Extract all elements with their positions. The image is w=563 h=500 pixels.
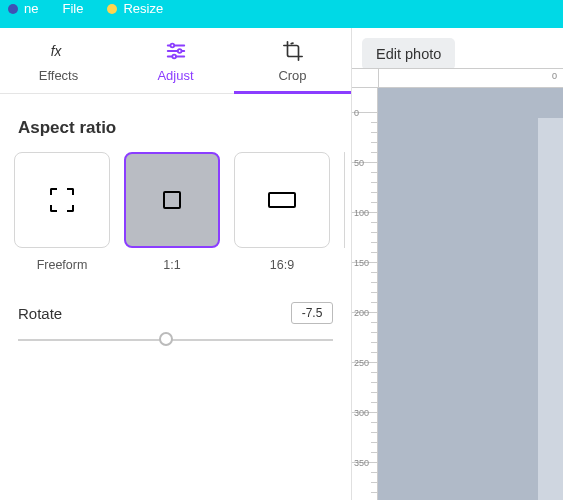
aspect-freeform[interactable]: Freeform [14, 152, 110, 272]
rotate-label: Rotate [18, 305, 62, 322]
slider-track [18, 339, 333, 341]
aspect-option-overflow[interactable] [344, 152, 345, 248]
sliders-icon [165, 40, 187, 62]
menu-file[interactable]: File [62, 0, 83, 18]
widescreen-icon [268, 192, 296, 208]
tab-effects[interactable]: fx Effects [0, 28, 117, 93]
menu-home-label: ne [24, 0, 38, 18]
aspect-ratio-title: Aspect ratio [18, 118, 333, 138]
tab-adjust-label: Adjust [157, 68, 193, 83]
canvas-area: Edit photo 0 0 50 100 150 200 250 300 35… [352, 28, 563, 500]
ruler-vertical: 0 50 100 150 200 250 300 350 [352, 88, 378, 500]
aspect-freeform-label: Freeform [14, 258, 110, 272]
tab-effects-label: Effects [39, 68, 79, 83]
top-menu-bar: ne File Resize [0, 0, 563, 28]
artboard-inner [538, 118, 563, 500]
crop-icon [282, 40, 304, 62]
left-panel: fx Effects Adjust Crop Aspect ratio Free… [0, 28, 352, 500]
aspect-1-1[interactable]: 1:1 [124, 152, 220, 272]
svg-point-4 [170, 44, 174, 48]
aspect-ratio-options: Freeform 1:1 16:9 [0, 152, 351, 272]
menu-home[interactable]: ne [8, 0, 38, 18]
resize-dot-icon [107, 4, 117, 14]
menu-resize-label: Resize [123, 0, 163, 18]
ruler-h-0: 0 [552, 71, 557, 81]
svg-point-5 [177, 49, 181, 53]
tab-crop-label: Crop [278, 68, 306, 83]
tab-crop[interactable]: Crop [234, 28, 351, 93]
menu-file-label: File [62, 0, 83, 18]
menu-resize[interactable]: Resize [107, 0, 163, 18]
aspect-16-9[interactable]: 16:9 [234, 152, 330, 272]
aspect-1-1-label: 1:1 [124, 258, 220, 272]
slider-thumb[interactable] [159, 332, 173, 346]
fx-icon: fx [48, 40, 70, 62]
rotate-slider[interactable] [18, 332, 333, 348]
square-icon [163, 191, 181, 209]
edit-photo-button[interactable]: Edit photo [362, 38, 455, 70]
freeform-icon [50, 188, 74, 212]
ruler-horizontal: 0 [352, 68, 563, 88]
tab-adjust[interactable]: Adjust [117, 28, 234, 93]
svg-point-6 [172, 55, 176, 59]
aspect-16-9-label: 16:9 [234, 258, 330, 272]
artboard[interactable] [378, 88, 563, 500]
rotate-value-input[interactable]: -7.5 [291, 302, 333, 324]
svg-text:fx: fx [50, 44, 62, 59]
home-dot-icon [8, 4, 18, 14]
tabs: fx Effects Adjust Crop [0, 28, 351, 94]
